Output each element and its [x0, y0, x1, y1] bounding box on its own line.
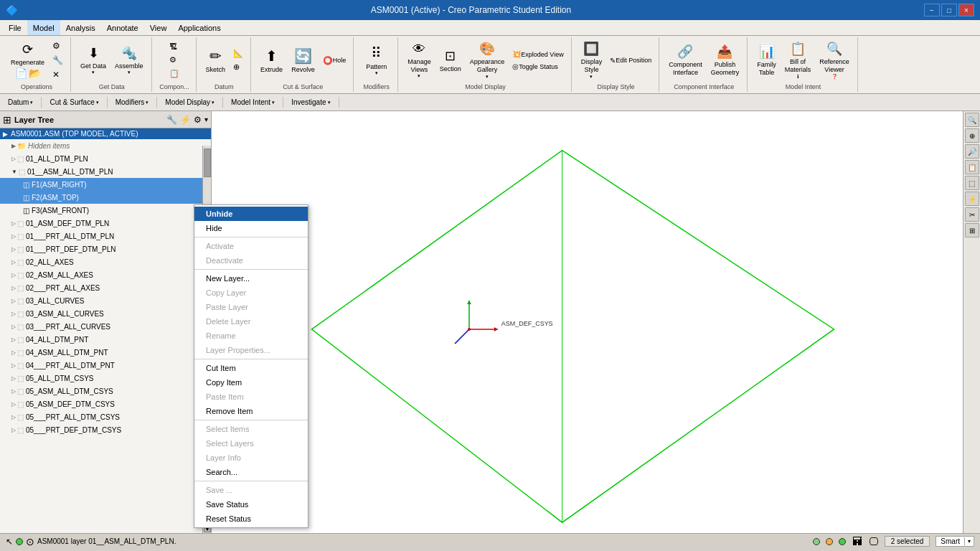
tree-item[interactable]: ◫ F3(ASM_FRONT)	[0, 204, 211, 217]
tree-item[interactable]: ▷ ⬚ 05_ASM_ALL_DTM_CSYS	[0, 385, 211, 397]
menu-model[interactable]: Model	[27, 20, 60, 35]
ops-btn3[interactable]: ✕	[50, 68, 66, 81]
tree-item[interactable]: ▷ ⬚ 05___PRT_ALL_DTM_CSYS	[0, 410, 211, 423]
menu-applications[interactable]: Applications	[172, 20, 226, 35]
lightning-button[interactable]: ⚡	[965, 192, 979, 206]
tree-item[interactable]: ▷ ⬚ 01_ALL_DTM_PLN	[0, 152, 211, 165]
smart-select[interactable]: Smart ▾	[936, 536, 974, 547]
layer-settings-icon[interactable]: 🔧	[166, 115, 177, 125]
tree-item[interactable]: ◫ F1(ASM_RIGHT)	[0, 178, 211, 191]
model-display-action-btn[interactable]: Model Display▾	[160, 97, 220, 108]
ctx-search[interactable]: Search...	[194, 465, 308, 479]
edit-position-button[interactable]: ✎ Edit Position	[607, 55, 654, 66]
ctx-unhide[interactable]: Unhide	[194, 207, 308, 221]
tree-item[interactable]: ▷ ⬚ 05_ALL_DTM_CSYS	[0, 372, 211, 385]
zoom-in-button[interactable]: 🔍	[965, 113, 979, 127]
panel-arrow-icon[interactable]: ▾	[204, 116, 208, 123]
datum-btn1[interactable]: 📐	[230, 47, 246, 60]
section-button[interactable]: ⊡ Section	[436, 40, 465, 80]
tree-item[interactable]: ▷ ⬚ 05___PRT_DEF_DTM_CSYS	[0, 423, 211, 436]
exploded-view-button[interactable]: 💥 Exploded View	[509, 49, 566, 60]
tree-item[interactable]: ▷ ⬚ 03_ASM_ALL_CURVES	[0, 307, 211, 320]
tree-item[interactable]: ▷ ⬚ 03_ALL_CURVES	[0, 294, 211, 307]
datum-btn2[interactable]: ⊕	[230, 61, 246, 73]
tree-item[interactable]: ▶ 📁 Hidden items	[0, 139, 211, 152]
cut-action-btn[interactable]: Cut & Surface▾	[44, 97, 103, 108]
extrude-button[interactable]: ⬆ Extrude	[257, 40, 286, 80]
display-style-button[interactable]: 🔲 DisplayStyle ▾	[578, 39, 606, 82]
model-intent-action-btn[interactable]: Model Intent▾	[226, 97, 280, 108]
selected-count[interactable]: 2 selected	[885, 536, 930, 547]
ribbon: ⟳ Regenerate 📄 📂 ⚙ 🔧	[0, 36, 980, 94]
nodes-button[interactable]: ⊞	[965, 223, 979, 237]
ops-btn1[interactable]: ⚙	[50, 39, 66, 52]
sketch-button[interactable]: ✏ Sketch	[202, 40, 230, 80]
ctx-cut-item[interactable]: Cut Item	[194, 361, 308, 375]
tree-item[interactable]: ▷ ⬚ 02_ASM_ALL_AXES	[0, 268, 211, 281]
tree-item[interactable]: ▷ ⬚ 01_ASM_DEF_DTM_PLN	[0, 217, 211, 230]
bill-of-materials-button[interactable]: 📋 Bill ofMaterials ℹ	[781, 39, 815, 82]
toggle-status-button[interactable]: ◎ Toggle Status	[509, 61, 566, 72]
tree-item[interactable]: ▷ ⬚ 02___PRT_ALL_AXES	[0, 281, 211, 294]
tree-item[interactable]: ▷ ⬚ 01___PRT_DEF_DTM_PLN	[0, 242, 211, 255]
component-interface-button[interactable]: 🔗 ComponentInterface	[665, 40, 706, 80]
reference-viewer-button[interactable]: 🔍 ReferenceViewer ❓	[816, 39, 853, 82]
modifiers-action-btn[interactable]: Modifiers▾	[110, 97, 154, 108]
scissors-button[interactable]: ✂	[965, 207, 979, 222]
comp-btn2[interactable]: ⚙	[166, 54, 182, 66]
tree-item[interactable]: ▷ ⬚ 01___PRT_ALL_DTM_PLN	[0, 230, 211, 242]
layer-filter-icon[interactable]: ⚡	[180, 115, 191, 125]
comp-btn3[interactable]: 📋	[166, 67, 182, 80]
tree-item[interactable]: ▷ ⬚ 03___PRT_ALL_CURVES	[0, 320, 211, 333]
menu-file[interactable]: File	[3, 20, 27, 35]
assemble-button[interactable]: 🔩 Assemble ▾	[111, 40, 147, 80]
comp-btn1[interactable]: 🏗	[166, 41, 182, 52]
getdata-button[interactable]: ⬇ Get Data ▾	[77, 40, 110, 80]
ctx-remove-item[interactable]: Remove Item	[194, 404, 308, 418]
close-button[interactable]: ×	[958, 4, 974, 17]
tree-item[interactable]: ▷ ⬚ 04_ALL_DTM_PNT	[0, 333, 211, 346]
ops-btn2[interactable]: 🔧	[50, 54, 66, 67]
tree-item[interactable]: ▼ ⬚ 01__ASM_ALL_DTM_PLN	[0, 165, 211, 178]
zoom-fit-button[interactable]: ⊕	[965, 128, 979, 143]
tree-root[interactable]: ▶ ASM0001.ASM (TOP MODEL, ACTIVE)	[0, 128, 211, 139]
panel-gear-icon[interactable]: ⚙	[194, 115, 202, 125]
display-icon: 🖵	[869, 536, 879, 547]
panel-icon[interactable]: ⊞	[3, 114, 11, 126]
ctx-new-layer[interactable]: New Layer...	[194, 271, 308, 286]
smart-arrow-icon[interactable]: ▾	[964, 537, 974, 545]
ctx-hide[interactable]: Hide	[194, 221, 308, 235]
tree-item[interactable]: ▷ ⬚ 05_ASM_DEF_DTM_CSYS	[0, 397, 211, 410]
copy-button[interactable]: 📋	[965, 160, 979, 174]
display-style-label: Display Style	[597, 82, 634, 90]
datum-action-btn[interactable]: Datum▾	[3, 97, 38, 108]
zoom-out-button[interactable]: 🔎	[965, 144, 979, 159]
menu-analysis[interactable]: Analysis	[60, 20, 101, 35]
scrollbar-thumb[interactable]	[204, 149, 211, 177]
pattern-button[interactable]: ⠿ Pattern ▾	[362, 40, 390, 80]
hardware-icon: 🖬	[852, 535, 863, 548]
new-btn[interactable]: 📄	[15, 67, 27, 79]
revolve-button[interactable]: 🔄 Revolve	[288, 40, 319, 80]
ctx-save-status[interactable]: Save Status	[194, 497, 308, 512]
frame-button[interactable]: ⬚	[965, 176, 979, 190]
minimize-button[interactable]: −	[924, 4, 940, 17]
tree-item[interactable]: ▷ ⬚ 02_ALL_AXES	[0, 255, 211, 268]
family-table-button[interactable]: 📊 FamilyTable	[753, 40, 780, 80]
folder-btn[interactable]: 📂	[29, 67, 41, 79]
publish-geometry-button[interactable]: 📤 PublishGeometry	[707, 40, 743, 80]
investigate-action-btn[interactable]: Investigate▾	[286, 97, 335, 108]
appearance-gallery-button[interactable]: 🎨 AppearanceGallery ▾	[466, 39, 509, 82]
ctx-copy-item[interactable]: Copy Item	[194, 375, 308, 390]
tree-item[interactable]: ▷ ⬚ 04___PRT_ALL_DTM_PNT	[0, 359, 211, 372]
manage-views-button[interactable]: 👁 ManageViews ▾	[404, 39, 435, 82]
hole-button[interactable]: ⭕ Hole	[320, 55, 349, 67]
viewport[interactable]: ASM_DEF_CSYS	[212, 111, 963, 533]
restore-button[interactable]: □	[941, 4, 957, 17]
ctx-reset-status[interactable]: Reset Status	[194, 512, 308, 526]
menu-annotate[interactable]: Annotate	[101, 20, 144, 35]
regenerate-button[interactable]: ⟳ Regenerate 📄 📂	[7, 39, 48, 81]
tree-item[interactable]: ◫ F2(ASM_TOP)	[0, 191, 211, 204]
tree-item[interactable]: ▷ ⬚ 04_ASM_ALL_DTM_PNT	[0, 346, 211, 359]
menu-view[interactable]: View	[144, 20, 173, 35]
